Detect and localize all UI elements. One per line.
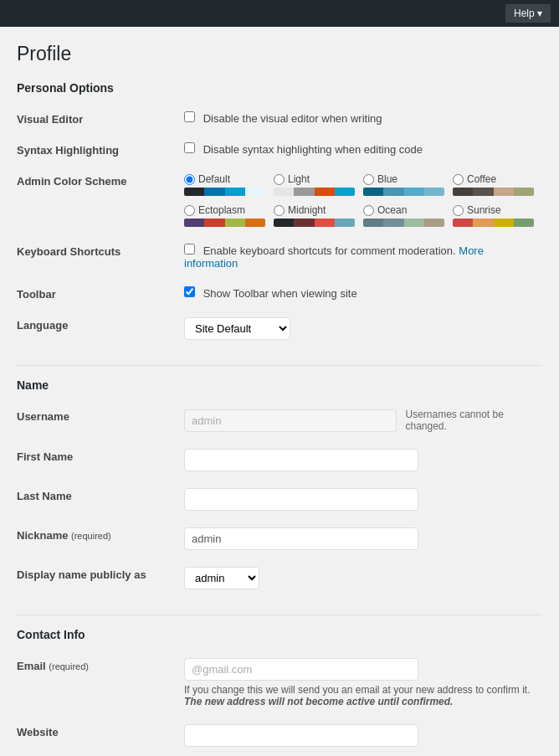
color-label-midnight[interactable]: Midnight	[274, 204, 355, 216]
color-radio-sunrise[interactable]	[453, 205, 464, 216]
website-row: Website	[17, 716, 542, 755]
keyboard-shortcuts-checkbox[interactable]	[184, 244, 195, 255]
username-label: Username	[17, 410, 69, 423]
email-note: If you change this we will send you an e…	[184, 684, 534, 707]
color-label-sunrise[interactable]: Sunrise	[453, 204, 534, 216]
color-label-coffee[interactable]: Coffee	[453, 173, 534, 185]
first-name-label: First Name	[17, 450, 73, 463]
admin-color-scheme-row: Admin Color Scheme Default	[17, 165, 542, 235]
toolbar-checkbox-label[interactable]: Show Toolbar when viewing site	[184, 287, 357, 300]
color-swatch-light	[274, 188, 355, 196]
personal-options-table: Visual Editor Disable the visual editor …	[17, 103, 542, 348]
username-note: Usernames cannot be changed.	[405, 409, 534, 432]
color-option-sunrise[interactable]: Sunrise	[453, 204, 534, 227]
visual-editor-label: Visual Editor	[17, 113, 83, 126]
email-row: Email (required) If you change this we w…	[17, 650, 542, 716]
contact-info-heading: Contact Info	[17, 615, 542, 641]
visual-editor-checkbox[interactable]	[184, 111, 195, 122]
contact-info-table: Email (required) If you change this we w…	[17, 650, 542, 755]
keyboard-shortcuts-row: Keyboard Shortcuts Enable keyboard short…	[17, 235, 542, 278]
help-button[interactable]: Help	[505, 4, 551, 23]
color-radio-ocean[interactable]	[363, 205, 374, 216]
last-name-row: Last Name	[17, 480, 542, 519]
keyboard-shortcuts-checkbox-label[interactable]: Enable keyboard shortcuts for comment mo…	[184, 244, 459, 257]
color-swatch-default	[184, 188, 265, 196]
name-heading: Name	[17, 365, 542, 392]
nickname-required: (required)	[71, 531, 111, 541]
syntax-highlighting-checkbox[interactable]	[184, 142, 195, 153]
toolbar-row: Toolbar Show Toolbar when viewing site	[17, 278, 542, 309]
color-option-ocean[interactable]: Ocean	[363, 204, 444, 227]
color-option-ectoplasm[interactable]: Ectoplasm	[184, 204, 265, 227]
name-table: Username Usernames cannot be changed. Fi…	[17, 400, 542, 598]
username-input	[184, 409, 397, 432]
visual-editor-checkbox-label[interactable]: Disable the visual editor when writing	[184, 112, 382, 125]
color-option-coffee[interactable]: Coffee	[453, 173, 534, 196]
toolbar-checkbox[interactable]	[184, 286, 195, 297]
color-scheme-options: Default Light	[184, 173, 534, 227]
color-option-light[interactable]: Light	[274, 173, 355, 196]
syntax-highlighting-checkbox-label[interactable]: Disable syntax highlighting when editing…	[184, 143, 423, 156]
color-label-light[interactable]: Light	[274, 173, 355, 185]
keyboard-shortcuts-label: Keyboard Shortcuts	[17, 245, 121, 258]
toolbar-label: Toolbar	[17, 288, 56, 301]
color-radio-ectoplasm[interactable]	[184, 205, 195, 216]
nickname-label: Nickname (required)	[17, 529, 111, 542]
email-input[interactable]	[184, 658, 418, 681]
color-label-ocean[interactable]: Ocean	[363, 204, 444, 216]
username-row: Username Usernames cannot be changed.	[17, 400, 542, 440]
first-name-row: First Name	[17, 440, 542, 480]
display-name-row: Display name publicly as admin	[17, 558, 542, 598]
website-label: Website	[17, 726, 59, 738]
color-option-default[interactable]: Default	[184, 173, 265, 196]
color-swatch-midnight	[274, 219, 355, 227]
username-wrap: Usernames cannot be changed.	[184, 409, 534, 432]
color-radio-coffee[interactable]	[453, 174, 464, 185]
color-swatch-blue	[363, 188, 444, 196]
color-label-ectoplasm[interactable]: Ectoplasm	[184, 204, 265, 216]
website-input[interactable]	[184, 724, 418, 747]
color-label-blue[interactable]: Blue	[363, 173, 444, 185]
color-option-blue[interactable]: Blue	[363, 173, 444, 196]
nickname-input[interactable]	[184, 527, 418, 550]
color-option-midnight[interactable]: Midnight	[274, 204, 355, 227]
color-swatch-sunrise	[453, 219, 534, 227]
language-label: Language	[17, 319, 68, 332]
page-title: Profile	[17, 35, 542, 69]
display-name-select[interactable]: admin	[184, 567, 259, 589]
first-name-input[interactable]	[184, 449, 418, 471]
email-required: (required)	[49, 661, 89, 671]
personal-options-heading: Personal Options	[17, 81, 542, 95]
visual-editor-row: Visual Editor Disable the visual editor …	[17, 103, 542, 134]
color-radio-light[interactable]	[274, 174, 285, 185]
last-name-label: Last Name	[17, 490, 72, 502]
syntax-highlighting-label: Syntax Highlighting	[17, 144, 119, 157]
last-name-input[interactable]	[184, 488, 418, 511]
color-swatch-ocean	[363, 219, 444, 227]
syntax-highlighting-row: Syntax Highlighting Disable syntax highl…	[17, 134, 542, 165]
color-radio-default[interactable]	[184, 174, 195, 185]
color-radio-blue[interactable]	[363, 174, 374, 185]
language-select[interactable]: Site Default English (US)	[184, 317, 290, 340]
nickname-row: Nickname (required)	[17, 519, 542, 558]
language-row: Language Site Default English (US)	[17, 309, 542, 348]
color-swatch-ectoplasm	[184, 219, 265, 227]
color-radio-midnight[interactable]	[274, 205, 285, 216]
email-label: Email (required)	[17, 660, 89, 672]
display-name-label: Display name publicly as	[17, 568, 146, 581]
color-label-default[interactable]: Default	[184, 173, 265, 185]
admin-color-scheme-label: Admin Color Scheme	[17, 175, 126, 188]
color-swatch-coffee	[453, 188, 534, 196]
